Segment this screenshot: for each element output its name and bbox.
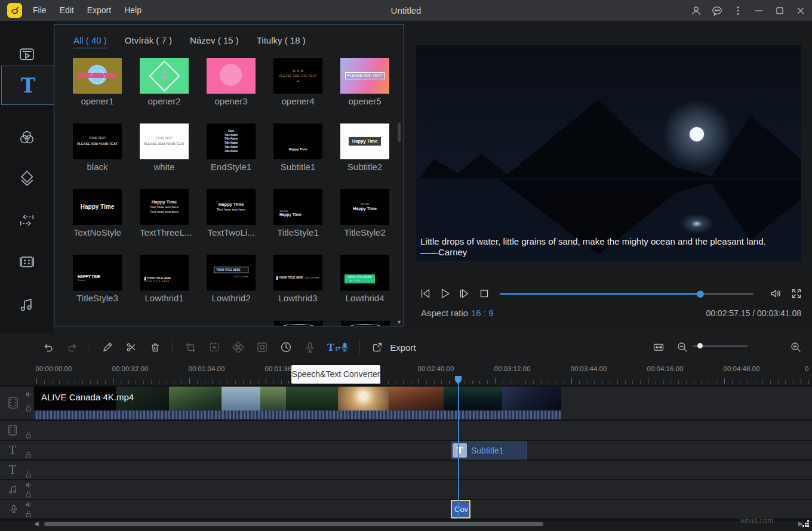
template-tab[interactable]: All ( 40 ) (73, 35, 107, 48)
template-thumbnail[interactable]: HAPPY TIMEText here (73, 255, 122, 291)
template-thumbnail[interactable]: Text hereHappy Time (340, 189, 389, 225)
subtitle-clip[interactable]: T Subtitle1 (451, 442, 527, 459)
lock-track-icon[interactable] (25, 490, 32, 498)
menu-export[interactable]: Export (81, 0, 118, 21)
template-thumbnail[interactable]: YOUR TEXTPLEASE ADD YOUR TEXT (140, 124, 189, 159)
template-thumbnail[interactable]: YOUR TITLE HEREYOUR TITLE HERE (207, 255, 256, 291)
zoom-frame-button[interactable] (208, 341, 221, 354)
template-card-partial[interactable] (274, 321, 323, 326)
volume-icon[interactable] (769, 287, 782, 300)
template-card[interactable]: Happy Time Subtitle2 (340, 124, 389, 172)
previous-frame-button[interactable] (419, 287, 432, 300)
voiceover-button[interactable] (303, 341, 316, 354)
sidebar-item-elements[interactable] (0, 243, 54, 281)
track-music[interactable] (0, 480, 812, 499)
template-thumbnail[interactable]: CastTitle NameTitle NameTitle NameTitle … (207, 124, 256, 159)
maximize-icon[interactable] (772, 3, 788, 18)
sidebar-item-filters[interactable] (0, 118, 54, 156)
template-card[interactable]: Happy Time Subtitle1 (273, 124, 322, 172)
redo-button[interactable] (66, 341, 79, 354)
duration-button[interactable] (279, 341, 293, 354)
play-button[interactable] (438, 287, 451, 300)
template-thumbnail[interactable]: Happy TimeText here text hereText here t… (140, 189, 189, 225)
template-thumbnail[interactable]: YOUR TITLE HEREYOUR TITLE HERE (140, 255, 189, 291)
lock-track-icon[interactable] (25, 431, 32, 439)
app-logo-icon[interactable] (7, 3, 22, 18)
scroll-right-icon[interactable]: ▶ (798, 520, 803, 527)
mute-track-icon[interactable] (25, 501, 32, 508)
template-card[interactable]: YOUR TITLE HEREYOUR TITLE HERE Lowthrid2 (207, 255, 256, 304)
zoom-slider-handle[interactable] (697, 343, 703, 348)
delete-button[interactable] (149, 341, 162, 354)
video-clip[interactable]: ALIVE Canada 4K.mp4 (34, 387, 561, 419)
lock-track-icon[interactable] (25, 471, 32, 478)
video-preview[interactable]: Little drops of water, little grains of … (416, 45, 801, 261)
menu-edit[interactable]: Edit (53, 0, 81, 21)
template-card[interactable]: YOUR TITLE HEREYOUR TITLE HERE Lowthrid3 (273, 255, 322, 304)
freeze-frame-button[interactable] (256, 341, 269, 354)
template-thumbnail[interactable] (73, 58, 122, 94)
minimize-icon[interactable] (751, 3, 767, 18)
close-icon[interactable] (793, 3, 808, 18)
more-icon[interactable] (730, 3, 746, 18)
next-frame-button[interactable] (457, 287, 470, 300)
template-thumbnail[interactable]: Happy Time (273, 124, 322, 159)
split-button[interactable] (125, 341, 138, 354)
template-card[interactable]: Text hereHappy Time TitleStyle1 (273, 189, 322, 238)
template-card[interactable]: PLEASE ADD TEXT opener5 (340, 58, 389, 107)
track-text-1[interactable] (0, 441, 812, 459)
track-text-2[interactable] (0, 461, 812, 479)
template-card[interactable]: HAPPY TIMEText here TitleStyle3 (73, 255, 122, 304)
aspect-ratio-value[interactable]: 16 : 9 (471, 308, 494, 318)
template-card[interactable]: YOUR TEXTPLEASE ADD YOUR TEXT white (140, 124, 189, 172)
template-card[interactable]: Happy TimeText here text hereText here t… (140, 189, 189, 238)
account-icon[interactable] (688, 3, 704, 18)
template-card[interactable]: opener2 (140, 58, 189, 107)
template-tab[interactable]: Název ( 15 ) (190, 35, 239, 48)
lock-track-icon[interactable] (25, 510, 32, 517)
timeline-zoom-slider[interactable] (693, 339, 748, 353)
template-thumbnail[interactable] (140, 58, 189, 94)
template-thumbnail[interactable] (207, 58, 256, 94)
export-button[interactable]: Export (390, 342, 416, 353)
template-thumbnail[interactable]: PLEASE ADD TEXT (340, 58, 389, 94)
panel-scrollbar-thumb[interactable] (398, 123, 401, 142)
template-card[interactable]: Text hereHappy Time TitleStyle2 (340, 189, 389, 238)
template-card[interactable]: YOUR TITLE HERETEXT STYLING Lowthrid4 (340, 255, 389, 304)
playhead-line[interactable] (458, 384, 459, 519)
track-overlay[interactable] (0, 421, 812, 440)
crop-button[interactable] (184, 341, 197, 354)
export-icon[interactable] (371, 341, 384, 354)
template-tab[interactable]: Otvírák ( 7 ) (125, 35, 172, 48)
preview-progress-slider[interactable] (500, 291, 753, 297)
speech-text-converter-button[interactable]: T ⇄ (327, 342, 349, 353)
menu-help[interactable]: Help (118, 0, 148, 21)
template-thumbnail[interactable]: Happy TimeText here text here (207, 189, 256, 225)
template-thumbnail[interactable]: Text hereHappy Time (273, 189, 322, 225)
panel-scroll-down-icon[interactable]: ▼ (396, 319, 402, 325)
mosaic-button[interactable] (232, 341, 245, 354)
template-card[interactable]: opener1 (73, 58, 122, 107)
sidebar-item-music[interactable] (0, 285, 54, 323)
template-card[interactable]: YOUR TITLE HEREYOUR TITLE HERE Lowthrid1 (140, 255, 189, 304)
template-thumbnail[interactable]: Happy Time (340, 124, 389, 159)
zoom-in-icon[interactable] (789, 341, 802, 354)
template-card[interactable]: opener3 (207, 58, 256, 107)
template-thumbnail[interactable]: Happy Time (73, 189, 122, 225)
template-thumbnail[interactable]: PLEASE ADD YOU TEXT (273, 58, 322, 94)
timeline-scrollbar-thumb[interactable] (44, 522, 543, 526)
sidebar-item-transitions[interactable] (0, 201, 54, 239)
sidebar-item-overlays[interactable] (0, 160, 54, 198)
template-card[interactable]: Happy Time TextNoStyle (73, 189, 122, 238)
template-card[interactable]: CastTitle NameTitle NameTitle NameTitle … (207, 124, 256, 172)
stop-button[interactable] (478, 287, 491, 300)
scroll-left-icon[interactable]: ◀ (34, 520, 39, 527)
menu-file[interactable]: File (26, 0, 53, 21)
feedback-icon[interactable] (709, 3, 725, 18)
lock-track-icon[interactable] (25, 405, 32, 412)
edit-button[interactable] (101, 341, 114, 354)
mute-track-icon[interactable] (25, 481, 32, 489)
template-card-partial[interactable] (341, 321, 390, 326)
progress-handle[interactable] (697, 291, 704, 298)
sidebar-item-text[interactable]: T (1, 66, 54, 105)
